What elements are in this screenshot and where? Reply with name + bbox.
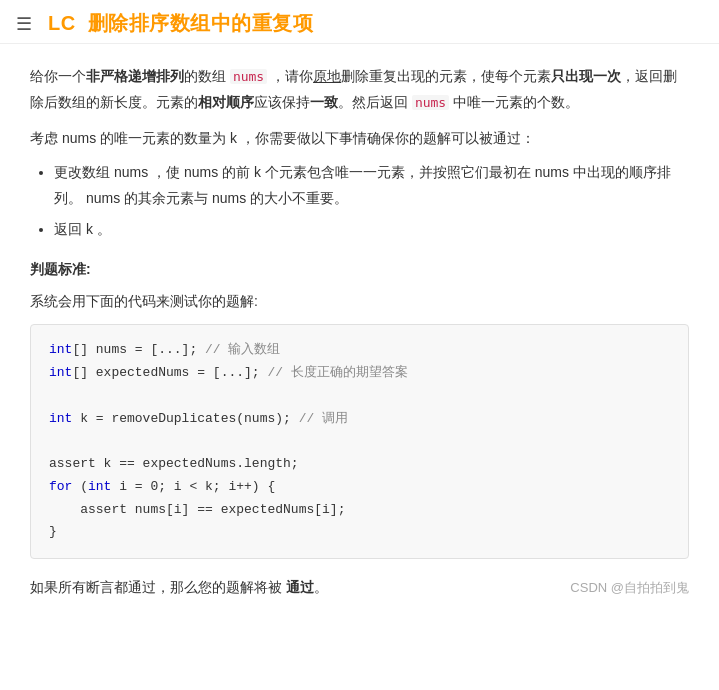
- code-nums-b4: nums: [86, 190, 120, 206]
- code-nums-b2: nums: [184, 164, 218, 180]
- title-main: 删除排序数组中的重复项: [88, 12, 314, 34]
- code-k-b1: k: [254, 164, 261, 180]
- top-bar: ☰ LC 删除排序数组中的重复项: [0, 0, 719, 44]
- code-nums-2: nums: [412, 95, 449, 110]
- code-nums-b5: nums: [212, 190, 246, 206]
- code-block: int[] nums = [...]; // 输入数组 int[] expect…: [30, 324, 689, 559]
- bold-relative-order: 相对顺序: [198, 94, 254, 110]
- bold-only-once: 只出现一次: [551, 68, 621, 84]
- title-lc: LC: [48, 12, 76, 34]
- code-k-1: k: [230, 130, 237, 146]
- watermark: CSDN @自拍拍到鬼: [570, 576, 689, 599]
- underline-yuandi: 原地: [313, 68, 341, 84]
- bullet-item-1: 更改数组 nums ，使 nums 的前 k 个元素包含唯一一元素，并按照它们最…: [54, 160, 689, 212]
- bullet-list: 更改数组 nums ，使 nums 的前 k 个元素包含唯一一元素，并按照它们最…: [54, 160, 689, 244]
- code-nums-b3: nums: [535, 164, 569, 180]
- section-desc: 系统会用下面的代码来测试你的题解:: [30, 289, 689, 315]
- code-k-b2: k: [86, 221, 93, 237]
- menu-icon[interactable]: ☰: [16, 13, 32, 35]
- code-nums-b1: nums: [114, 164, 148, 180]
- bullet-item-2: 返回 k 。: [54, 217, 689, 243]
- section-title: 判题标准:: [30, 257, 689, 282]
- description-paragraph: 给你一个非严格递增排列的数组 nums ，请你原地删除重复出现的元素，使每个元素…: [30, 64, 689, 116]
- footer-text: 如果所有断言都通过，那么您的题解将被 通过。: [30, 575, 328, 600]
- bold-text-1: 非严格递增排列: [86, 68, 184, 84]
- page-title: LC 删除排序数组中的重复项: [48, 10, 313, 37]
- code-nums-1: nums: [230, 69, 267, 84]
- bold-consistent: 一致: [310, 94, 338, 110]
- footer-passed: 通过: [286, 579, 314, 595]
- code-nums-3: nums: [62, 130, 96, 146]
- footer-note: 如果所有断言都通过，那么您的题解将被 通过。 CSDN @自拍拍到鬼: [30, 575, 689, 600]
- constraint-paragraph: 考虑 nums 的唯一元素的数量为 k ，你需要做以下事情确保你的题解可以被通过…: [30, 126, 689, 152]
- main-content: 给你一个非严格递增排列的数组 nums ，请你原地删除重复出现的元素，使每个元素…: [0, 44, 719, 620]
